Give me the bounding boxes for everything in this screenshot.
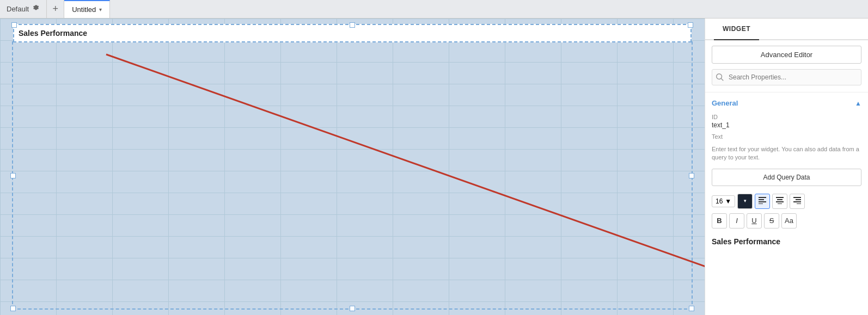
align-center-button[interactable] [772, 194, 787, 209]
text-format-row: B I U S Aa [705, 211, 868, 231]
align-right-button[interactable] [790, 194, 805, 209]
widget-title-bar: Sales Performance [13, 24, 692, 42]
resize-handle-bm[interactable] [350, 306, 355, 311]
text-property-row: Text [705, 131, 868, 143]
svg-rect-6 [776, 197, 784, 198]
tab-chevron-icon: ▾ [99, 7, 102, 13]
panel-tab-bar: WIDGET [705, 18, 868, 40]
underline-icon: U [751, 217, 756, 225]
svg-rect-4 [759, 201, 766, 202]
bold-button[interactable]: B [712, 213, 727, 228]
tab-bar: Default + Untitled ▾ [0, 0, 868, 18]
case-button[interactable]: Aa [781, 213, 797, 228]
right-panel: WIDGET Advanced Editor General ▲ ID text… [705, 18, 868, 315]
font-size-value: 16 [716, 197, 723, 205]
id-property-row: ID text_1 [705, 112, 868, 131]
search-icon [716, 73, 724, 81]
svg-rect-13 [797, 203, 801, 204]
case-icon: Aa [785, 217, 793, 225]
align-right-icon [793, 196, 801, 206]
color-picker-arrow-icon: ▼ [743, 199, 747, 203]
italic-icon: I [736, 217, 738, 225]
tab-widget[interactable]: WIDGET [714, 18, 759, 40]
align-center-icon [776, 196, 784, 206]
id-label: ID [712, 114, 861, 120]
advanced-editor-button[interactable]: Advanced Editor [712, 46, 861, 64]
color-picker-button[interactable]: ▼ [737, 194, 753, 209]
font-size-selector[interactable]: 16 ▼ [712, 195, 735, 207]
resize-handle-bl[interactable] [10, 306, 16, 311]
italic-button[interactable]: I [729, 213, 744, 228]
svg-rect-7 [777, 199, 783, 200]
search-properties-container [712, 69, 861, 85]
id-value: text_1 [712, 121, 861, 129]
general-section-label: General [712, 99, 738, 107]
widget-container[interactable]: Sales Performance [12, 41, 693, 310]
svg-rect-12 [793, 201, 801, 202]
svg-rect-8 [776, 201, 784, 202]
svg-rect-3 [759, 199, 764, 200]
svg-rect-11 [796, 199, 801, 200]
strikethrough-button[interactable]: S [764, 213, 779, 228]
underline-button[interactable]: U [747, 213, 762, 228]
main-layout: Sales Performance ❯ [0, 18, 868, 315]
resize-handle-tr[interactable] [688, 22, 693, 28]
active-tab[interactable]: Untitled ▾ [64, 0, 110, 18]
svg-rect-10 [793, 197, 801, 198]
default-tab-label: Default [7, 5, 29, 13]
widget-title-text: Sales Performance [19, 29, 87, 38]
preview-text: Sales Performance [705, 231, 868, 248]
resize-handle-br[interactable] [689, 306, 694, 311]
resize-handle-mr[interactable] [689, 173, 694, 178]
general-section-chevron: ▲ [855, 100, 861, 107]
text-label: Text [712, 133, 861, 140]
text-description: Enter text for your widget. You can also… [705, 143, 868, 166]
active-tab-label: Untitled [72, 5, 96, 14]
resize-handle-tm[interactable] [350, 22, 355, 28]
default-tab[interactable]: Default [0, 0, 47, 18]
svg-rect-9 [778, 203, 782, 204]
resize-handle-ml[interactable] [10, 173, 16, 178]
add-query-button[interactable]: Add Query Data [712, 169, 861, 186]
divider-1 [705, 92, 868, 92]
font-size-chevron-icon: ▼ [725, 197, 731, 205]
gear-icon [32, 4, 40, 14]
align-left-icon [759, 196, 766, 206]
strikethrough-icon: S [769, 217, 774, 225]
bold-icon: B [717, 217, 722, 225]
canvas-area[interactable]: Sales Performance ❯ [0, 18, 705, 315]
resize-handle-tl[interactable] [11, 22, 17, 28]
svg-rect-5 [759, 203, 763, 204]
formatting-row: 16 ▼ ▼ [705, 192, 868, 211]
align-left-button[interactable] [755, 194, 770, 209]
add-tab-button[interactable]: + [47, 0, 64, 18]
svg-rect-2 [759, 197, 766, 198]
search-properties-input[interactable] [712, 69, 861, 85]
general-section-header[interactable]: General ▲ [705, 95, 868, 112]
